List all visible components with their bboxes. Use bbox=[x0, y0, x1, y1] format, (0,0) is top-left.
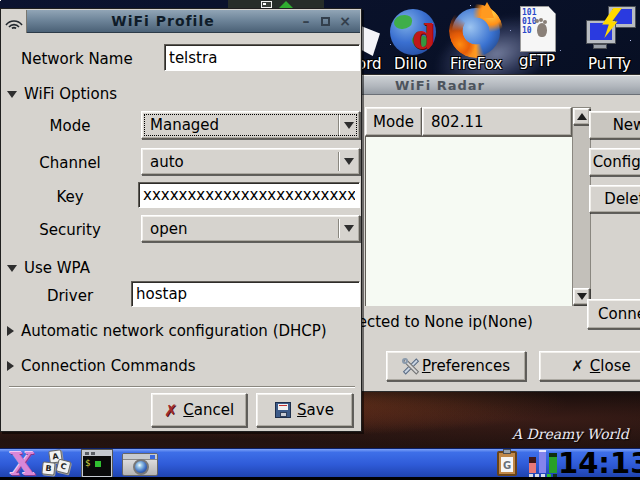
network-name-input[interactable] bbox=[164, 44, 360, 71]
window-menu-button[interactable] bbox=[2, 10, 27, 33]
minimize-button[interactable]: – bbox=[299, 14, 313, 28]
screenshot-launcher[interactable] bbox=[122, 453, 158, 476]
keyboard-launcher[interactable]: A B C bbox=[42, 450, 74, 478]
desktop: { "desktop": { "wallpaper_text": "A Drea… bbox=[0, 0, 640, 480]
channel-label: Channel bbox=[17, 154, 123, 172]
firefox-icon[interactable] bbox=[452, 8, 500, 56]
save-button[interactable]: Save bbox=[256, 393, 353, 427]
configure-button[interactable]: Configure bbox=[589, 148, 640, 176]
keycap-icon: C bbox=[56, 459, 72, 475]
key-input[interactable] bbox=[138, 182, 360, 208]
combo-arrow-icon bbox=[344, 158, 354, 165]
gftp-icon[interactable]: 10101010 bbox=[520, 6, 556, 52]
mode-label: Mode bbox=[17, 117, 123, 135]
close-x-icon: ✗ bbox=[571, 357, 584, 375]
dollar-prompt-icon: $ bbox=[85, 458, 90, 468]
dialog-title-bar[interactable]: WiFi Profile – × bbox=[2, 10, 360, 33]
cancel-x-icon: ✗ bbox=[164, 401, 177, 420]
arrow-down-icon bbox=[577, 293, 587, 300]
combo-arrow-icon bbox=[344, 225, 354, 232]
network-list[interactable] bbox=[365, 136, 572, 306]
expander-closed-icon bbox=[7, 361, 14, 371]
terminal-launcher[interactable]: $ bbox=[82, 450, 112, 477]
taskbar: X A B C $ G 14:13 bbox=[0, 448, 640, 477]
driver-label: Driver bbox=[17, 287, 123, 305]
gftp-icon-label[interactable]: gFTP bbox=[519, 52, 555, 70]
taskbar-clock[interactable]: 14:13 bbox=[558, 446, 640, 480]
preferences-button[interactable]: Preferences bbox=[386, 351, 526, 381]
clipboard-tray-icon[interactable]: G bbox=[497, 451, 517, 476]
wifi-options-expander[interactable]: WiFi Options bbox=[7, 85, 117, 103]
firefox-icon-label[interactable]: FireFox bbox=[450, 55, 502, 73]
connection-commands-expander[interactable]: Connection Commands bbox=[7, 357, 196, 375]
connection-status-text: Connected to None ip(None) bbox=[319, 313, 640, 331]
use-wpa-expander[interactable]: Use WPA bbox=[7, 259, 90, 277]
channel-combobox[interactable]: auto bbox=[141, 148, 360, 175]
putty-icon-label[interactable]: PuTTy bbox=[588, 55, 631, 73]
keycap-icon: B bbox=[41, 461, 55, 475]
new-button[interactable]: New bbox=[589, 111, 640, 139]
column-header-type[interactable]: 802.11 bbox=[422, 107, 572, 136]
expander-open-icon bbox=[7, 91, 17, 98]
tiny-window-icon bbox=[261, 1, 272, 8]
monitor-bar-blue bbox=[539, 450, 546, 473]
dhcp-expander[interactable]: Automatic network configuration (DHCP) bbox=[7, 322, 327, 340]
close-button[interactable]: ✗ Close bbox=[539, 351, 640, 381]
floppy-disk-icon bbox=[275, 402, 291, 418]
key-label: Key bbox=[17, 188, 123, 206]
column-header-mode[interactable]: Mode bbox=[365, 107, 422, 136]
close-window-button[interactable]: × bbox=[338, 14, 352, 28]
expander-closed-icon bbox=[7, 326, 14, 336]
wifi-signal-icon bbox=[4, 15, 24, 29]
putty-icon[interactable] bbox=[586, 6, 636, 54]
delete-button[interactable]: Delete bbox=[589, 185, 640, 213]
tools-icon bbox=[402, 358, 419, 375]
cancel-button[interactable]: ✗ Cancel bbox=[151, 393, 247, 427]
combo-arrow-icon bbox=[344, 122, 354, 129]
security-label: Security bbox=[17, 221, 123, 239]
dialog-title: WiFi Profile bbox=[27, 13, 299, 29]
network-name-label: Network Name bbox=[21, 50, 133, 68]
wifi-profile-dialog: WiFi Profile – × Network Name WiFi Optio… bbox=[0, 8, 362, 432]
mode-combobox[interactable]: Managed bbox=[141, 111, 360, 139]
button-separator bbox=[9, 386, 355, 388]
expander-open-icon bbox=[7, 265, 17, 272]
dillo-icon-label[interactable]: Dillo bbox=[394, 55, 427, 73]
monitor-bar-red bbox=[529, 457, 536, 473]
driver-input[interactable] bbox=[131, 281, 360, 307]
camera-lens-icon bbox=[133, 459, 149, 475]
monitor-bar-green bbox=[549, 453, 557, 473]
star-field bbox=[0, 0, 1, 1]
radar-title-text: WiFi Radar bbox=[395, 78, 485, 93]
x11-menu-button[interactable]: X bbox=[10, 445, 35, 480]
security-combobox[interactable]: open bbox=[141, 215, 360, 242]
maximize-button[interactable] bbox=[321, 17, 330, 26]
arrow-up-icon bbox=[577, 113, 587, 120]
scroll-up-button[interactable] bbox=[573, 108, 590, 125]
dillo-globe: d bbox=[390, 9, 436, 55]
system-monitor-widget[interactable] bbox=[528, 450, 560, 477]
wallpaper-caption: A Dreamy World bbox=[512, 426, 638, 442]
dillo-icon[interactable]: d bbox=[390, 9, 436, 55]
